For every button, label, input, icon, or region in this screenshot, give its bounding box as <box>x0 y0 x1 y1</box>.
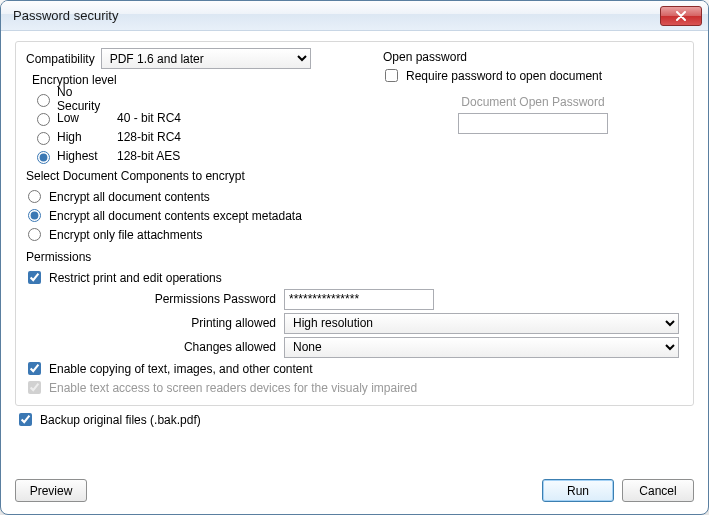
printing-allowed-select[interactable]: High resolution <box>284 313 679 334</box>
encryption-option-detail: 40 - bit RC4 <box>117 111 181 125</box>
open-password-input <box>458 113 608 134</box>
cancel-button[interactable]: Cancel <box>622 479 694 502</box>
open-password-field-label: Document Open Password <box>383 95 683 109</box>
permissions-legend: Permissions <box>26 250 683 264</box>
permissions-password-input[interactable] <box>284 289 434 310</box>
main-panel: Compatibility PDF 1.6 and later Encrypti… <box>15 41 694 406</box>
enable-copy-label: Enable copying of text, images, and othe… <box>49 362 313 376</box>
components-radio-attachments[interactable] <box>28 228 41 241</box>
compatibility-select[interactable]: PDF 1.6 and later <box>101 48 311 69</box>
preview-button[interactable]: Preview <box>15 479 87 502</box>
close-icon <box>676 11 686 21</box>
encryption-group: Encryption level No Security Low 40 - bi… <box>26 71 373 165</box>
components-option-label: Encrypt all document contents <box>49 190 210 204</box>
backup-checkbox[interactable] <box>19 413 32 426</box>
components-radio-except-metadata[interactable] <box>28 209 41 222</box>
encryption-radio-none[interactable] <box>37 94 50 107</box>
restrict-label: Restrict print and edit operations <box>49 271 222 285</box>
encryption-option-label: No Security <box>57 85 113 113</box>
encryption-radio-low[interactable] <box>37 113 50 126</box>
components-radio-all[interactable] <box>28 190 41 203</box>
dialog-window: Password security Compatibility PDF 1.6 … <box>0 0 709 515</box>
encryption-option-label: High <box>57 130 113 144</box>
require-open-password-label: Require password to open document <box>406 69 602 83</box>
encryption-radio-high[interactable] <box>37 132 50 145</box>
restrict-checkbox[interactable] <box>28 271 41 284</box>
run-button[interactable]: Run <box>542 479 614 502</box>
printing-allowed-label: Printing allowed <box>26 316 278 330</box>
encryption-option-detail: 128-bit AES <box>117 149 180 163</box>
dialog-body: Compatibility PDF 1.6 and later Encrypti… <box>1 31 708 473</box>
components-option-label: Encrypt only file attachments <box>49 228 202 242</box>
encryption-radio-highest[interactable] <box>37 151 50 164</box>
encryption-option-detail: 128-bit RC4 <box>117 130 181 144</box>
backup-label: Backup original files (.bak.pdf) <box>40 413 201 427</box>
changes-allowed-label: Changes allowed <box>26 340 278 354</box>
encryption-option-label: Highest <box>57 149 113 163</box>
enable-copy-checkbox[interactable] <box>28 362 41 375</box>
footer: Preview Run Cancel <box>1 473 708 514</box>
permissions-password-label: Permissions Password <box>26 292 278 306</box>
open-password-legend: Open password <box>383 50 683 64</box>
components-option-label: Encrypt all document contents except met… <box>49 209 302 223</box>
enable-access-checkbox <box>28 381 41 394</box>
window-title: Password security <box>13 8 660 23</box>
compatibility-label: Compatibility <box>26 52 95 66</box>
components-legend: Select Document Components to encrypt <box>26 169 683 183</box>
titlebar: Password security <box>1 1 708 31</box>
changes-allowed-select[interactable]: None <box>284 337 679 358</box>
enable-access-label: Enable text access to screen readers dev… <box>49 381 417 395</box>
close-button[interactable] <box>660 6 702 26</box>
encryption-option-label: Low <box>57 111 113 125</box>
require-open-password-checkbox[interactable] <box>385 69 398 82</box>
